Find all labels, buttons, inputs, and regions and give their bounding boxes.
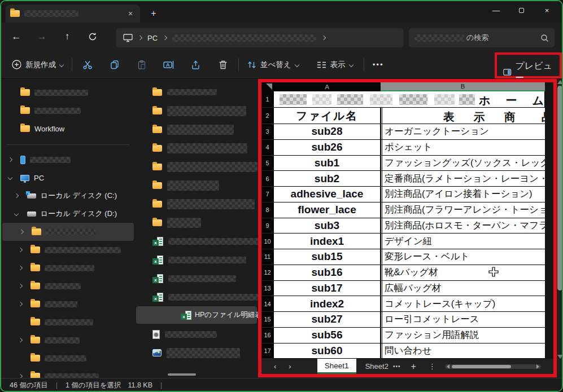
row-number[interactable]: 13 xyxy=(261,281,273,297)
chevron-right-icon[interactable] xyxy=(18,374,23,378)
sheet-nav-right-icon[interactable]: › xyxy=(289,362,291,371)
close-button[interactable]: × xyxy=(534,1,560,19)
sidebar-subfolder[interactable] xyxy=(1,367,135,378)
chevron-down-icon[interactable] xyxy=(8,175,12,180)
file-list-hscrollbar[interactable] xyxy=(168,373,196,376)
row-number[interactable]: 8 xyxy=(261,202,273,218)
folder-row[interactable] xyxy=(135,176,258,195)
row-number[interactable]: 9 xyxy=(261,218,273,234)
column-header-a[interactable]: A xyxy=(273,82,381,91)
row-number[interactable]: 15 xyxy=(261,312,273,328)
row-number[interactable]: 10 xyxy=(261,234,273,249)
sidebar-item-disk-d[interactable]: ローカル ディスク (D:) xyxy=(1,205,135,223)
preview-hscrollbar[interactable] xyxy=(445,364,541,369)
view-button[interactable]: 表示 xyxy=(312,56,358,74)
sidebar-subfolder[interactable] xyxy=(1,349,135,367)
sheet-tab-sheet1[interactable]: Sheet1 xyxy=(317,359,356,374)
folder-row[interactable] xyxy=(135,102,258,120)
folder-row[interactable] xyxy=(135,213,258,232)
vscroll-thumb[interactable] xyxy=(557,86,562,290)
breadcrumb-pc[interactable]: PC xyxy=(147,34,158,42)
sidebar-pinned-folder[interactable] xyxy=(1,102,135,120)
sidebar-subfolder[interactable] xyxy=(1,331,135,349)
folder-row[interactable] xyxy=(135,157,258,176)
sidebar-subfolder[interactable] xyxy=(1,259,135,277)
sort-button[interactable]: 並べ替え xyxy=(242,56,304,74)
sidebar-item-pc[interactable]: PC xyxy=(1,169,135,187)
row-number[interactable]: 16 xyxy=(261,328,273,343)
scroll-down-icon[interactable] xyxy=(557,355,563,359)
folder-row[interactable] xyxy=(135,195,258,213)
up-button[interactable]: ↑ xyxy=(58,27,77,46)
row-number[interactable]: 14 xyxy=(261,296,273,312)
config-file-row[interactable] xyxy=(135,325,258,343)
chevron-right-icon[interactable] xyxy=(18,266,23,270)
row-number[interactable]: 2 xyxy=(261,108,273,124)
sidebar-subfolder[interactable] xyxy=(1,241,135,259)
column-header-b[interactable]: B xyxy=(381,82,545,91)
row-number[interactable]: 1 xyxy=(261,91,273,108)
new-button[interactable]: 新規作成 xyxy=(7,56,68,74)
image-file-row[interactable] xyxy=(135,343,258,362)
rename-button[interactable]: A xyxy=(160,56,177,73)
preview-vscrollbar[interactable] xyxy=(557,80,563,363)
copy-button[interactable] xyxy=(106,56,123,73)
minimize-button[interactable]: — xyxy=(483,1,509,19)
folder-row[interactable] xyxy=(135,139,258,157)
excel-file-row[interactable]: x xyxy=(135,232,258,250)
folder-row[interactable] xyxy=(135,83,258,102)
back-button[interactable]: ← xyxy=(7,27,26,46)
row-number[interactable]: 12 xyxy=(261,265,273,281)
row-number[interactable]: 6 xyxy=(261,171,273,187)
breadcrumb[interactable]: PC xyxy=(116,28,403,47)
chevron-right-icon[interactable] xyxy=(19,230,24,234)
more-options-button[interactable]: ••• xyxy=(368,56,389,73)
excel-file-row[interactable]: x xyxy=(135,269,258,288)
forward-button[interactable]: → xyxy=(32,27,51,46)
sidebar-subfolder[interactable] xyxy=(1,295,135,313)
excel-file-row[interactable]: x xyxy=(135,250,258,269)
chevron-right-icon[interactable] xyxy=(18,248,23,252)
chevron-right-icon[interactable] xyxy=(14,193,19,198)
new-tab-button[interactable]: + xyxy=(147,7,160,20)
sheet-tab-sheet2[interactable]: Sheet2 xyxy=(365,362,389,371)
sheet-nav-left-icon[interactable]: ‹ xyxy=(274,362,276,371)
sidebar-item-disk-c[interactable]: ローカル ディスク (C:) xyxy=(1,187,135,205)
row-number[interactable]: 5 xyxy=(261,156,273,171)
sidebar-pinned-folder[interactable] xyxy=(1,83,135,102)
share-button[interactable] xyxy=(187,56,204,73)
tab-close-icon[interactable]: × xyxy=(125,8,136,19)
chevron-right-icon[interactable] xyxy=(18,302,23,306)
row-number[interactable]: 17 xyxy=(261,343,273,359)
add-sheet-button[interactable]: + xyxy=(411,362,416,372)
sheet-tab-more[interactable]: ••• xyxy=(393,363,401,369)
maximize-button[interactable] xyxy=(509,1,534,19)
delete-button[interactable] xyxy=(215,56,232,73)
chevron-right-icon[interactable] xyxy=(18,284,23,288)
cut-button[interactable] xyxy=(79,56,96,73)
paste-button[interactable] xyxy=(133,56,150,73)
chevron-down-icon[interactable] xyxy=(14,212,19,216)
selected-file-highlight[interactable]: x HPのファイル明細表.xlsx xyxy=(136,306,257,324)
excel-file-row[interactable]: x xyxy=(135,288,258,306)
folder-row[interactable] xyxy=(135,120,258,139)
refresh-button[interactable] xyxy=(83,27,102,46)
scroll-left-icon[interactable] xyxy=(447,364,449,369)
sheet-menu-icon[interactable]: ⋮ xyxy=(429,362,436,371)
select-all-corner[interactable] xyxy=(261,82,273,91)
search-input[interactable]: の検索 xyxy=(409,28,555,47)
hscroll-thumb[interactable] xyxy=(452,365,511,368)
sidebar-subfolder[interactable] xyxy=(1,313,135,331)
row-number[interactable]: 7 xyxy=(261,187,273,202)
sidebar-item-workflow[interactable]: Workflow xyxy=(1,120,135,138)
row-number[interactable]: 3 xyxy=(261,124,273,140)
explorer-tab[interactable]: × xyxy=(6,5,140,23)
chevron-right-icon[interactable] xyxy=(8,157,12,162)
scroll-up-icon[interactable] xyxy=(557,80,563,84)
sidebar-item-selected-folder[interactable] xyxy=(2,223,134,241)
row-number[interactable]: 4 xyxy=(261,140,273,156)
sidebar-subfolder[interactable] xyxy=(1,277,135,295)
row-number[interactable]: 11 xyxy=(261,249,273,265)
chevron-right-icon[interactable] xyxy=(18,338,23,342)
sidebar-item-device[interactable] xyxy=(1,151,135,169)
